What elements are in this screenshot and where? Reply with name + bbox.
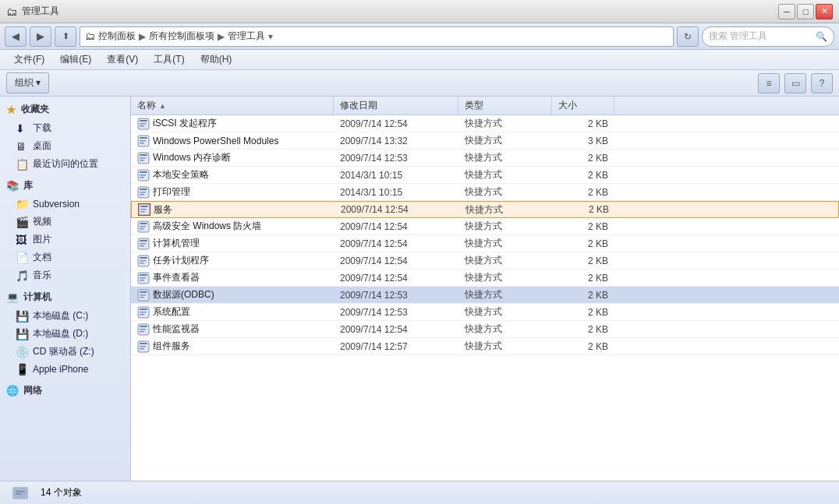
recent-icon: 📋 — [16, 158, 28, 171]
menu-tools[interactable]: 工具(T) — [146, 51, 192, 69]
file-name-text: 任务计划程序 — [153, 254, 209, 267]
preview-pane-button[interactable]: ▭ — [784, 73, 806, 93]
svg-rect-3 — [140, 125, 144, 127]
sidebar-item-subversion[interactable]: 📁 Subversion — [0, 196, 130, 213]
file-name-cell: 本地安全策略 — [131, 167, 334, 183]
table-row[interactable]: 性能监视器2009/7/14 12:54快捷方式2 KB — [131, 321, 839, 338]
file-date-cell: 2009/7/14 12:54 — [334, 321, 458, 337]
sidebar-item-drive-c[interactable]: 💾 本地磁盘 (C:) — [0, 307, 130, 325]
svg-rect-1 — [140, 120, 147, 122]
sidebar-drive-d-label: 本地磁盘 (D:) — [33, 327, 88, 340]
menu-help[interactable]: 帮助(H) — [193, 51, 240, 69]
table-row[interactable]: 组件服务2009/7/14 12:57快捷方式2 KB — [131, 338, 839, 355]
col-name-label: 名称 — [137, 99, 156, 112]
sidebar: ★ 收藏夹 ⬇ 下载 🖥 桌面 📋 最近访问的位置 📚 库 � — [0, 97, 131, 481]
file-size-cell: 2 KB — [552, 184, 614, 200]
svg-rect-28 — [140, 228, 144, 230]
svg-rect-34 — [140, 257, 147, 259]
svg-rect-27 — [140, 226, 146, 227]
file-name-cell: Windows PowerShell Modules — [131, 132, 334, 149]
svg-rect-30 — [140, 240, 147, 241]
search-box[interactable]: 搜索 管理工具 🔍 — [702, 26, 834, 47]
sidebar-header-favorites: ★ 收藏夹 — [0, 100, 130, 119]
sidebar-drive-c-label: 本地磁盘 (C:) — [33, 309, 88, 322]
drive-c-icon: 💾 — [16, 310, 28, 322]
library-icon: 📚 — [6, 180, 19, 192]
table-row[interactable]: Windows PowerShell Modules2009/7/14 13:3… — [131, 132, 839, 150]
file-date-cell: 2009/7/14 12:54 — [334, 270, 458, 286]
file-icon — [137, 220, 150, 233]
title-icon: 🗂 — [6, 5, 17, 18]
table-row[interactable]: 系统配置2009/7/14 12:53快捷方式2 KB — [131, 304, 839, 321]
table-row[interactable]: 计算机管理2009/7/14 12:54快捷方式2 KB — [131, 235, 839, 252]
address-path[interactable]: 🗂 控制面板 ▶ 所有控制面板项 ▶ 管理工具 ▾ — [80, 26, 674, 47]
music-icon: 🎵 — [16, 270, 28, 282]
refresh-button[interactable]: ↻ — [677, 26, 699, 47]
title-bar-controls: ─ □ ✕ — [778, 4, 833, 19]
video-icon: 🎬 — [16, 216, 28, 228]
table-row[interactable]: Windows 内存诊断2009/7/14 12:53快捷方式2 KB — [131, 150, 839, 167]
file-type-cell: 快捷方式 — [458, 115, 552, 132]
col-header-type[interactable]: 类型 — [458, 97, 552, 115]
svg-rect-18 — [140, 192, 146, 193]
file-name-text: 事件查看器 — [153, 271, 200, 284]
table-row[interactable]: 任务计划程序2009/7/14 12:54快捷方式2 KB — [131, 252, 839, 270]
sidebar-item-downloads[interactable]: ⬇ 下载 — [0, 119, 130, 137]
file-type-cell: 快捷方式 — [458, 270, 552, 286]
svg-rect-44 — [140, 297, 144, 298]
file-size-cell: 2 KB — [552, 115, 614, 132]
view-toggle-button[interactable]: ≡ — [758, 73, 780, 93]
sidebar-item-recent[interactable]: 📋 最近访问的位置 — [0, 155, 130, 173]
col-header-date[interactable]: 修改日期 — [334, 97, 458, 115]
sidebar-item-pictures[interactable]: 🖼 图片 — [0, 231, 130, 248]
file-name-text: Windows 内存诊断 — [153, 151, 231, 164]
sidebar-item-videos[interactable]: 🎬 视频 — [0, 213, 130, 231]
up-button[interactable]: ⬆ — [55, 26, 76, 47]
file-name-text: 打印管理 — [153, 185, 190, 199]
downloads-icon: ⬇ — [16, 122, 28, 135]
table-row[interactable]: 打印管理2014/3/1 10:15快捷方式2 KB — [131, 184, 839, 201]
col-type-label: 类型 — [465, 99, 483, 112]
minimize-button[interactable]: ─ — [778, 4, 795, 19]
col-header-name[interactable]: 名称 ▲ — [131, 97, 334, 115]
file-icon — [137, 289, 150, 301]
organize-button[interactable]: 组织 ▾ — [6, 72, 49, 93]
help-button[interactable]: ? — [811, 73, 833, 93]
file-size-cell: 2 KB — [552, 270, 614, 286]
sidebar-item-music[interactable]: 🎵 音乐 — [0, 266, 130, 284]
sidebar-item-drive-d[interactable]: 💾 本地磁盘 (D:) — [0, 325, 130, 343]
window-title: 管理工具 — [22, 5, 59, 18]
svg-rect-2 — [140, 123, 146, 125]
sidebar-section-network: 🌐 网络 — [0, 381, 130, 400]
table-row[interactable]: iSCSI 发起程序2009/7/14 12:54快捷方式2 KB — [131, 115, 839, 132]
back-button[interactable]: ◀ — [5, 26, 27, 47]
forward-button[interactable]: ▶ — [30, 26, 51, 47]
sort-arrow-icon: ▲ — [159, 102, 166, 110]
file-name-text: Windows PowerShell Modules — [153, 136, 278, 146]
close-button[interactable]: ✕ — [816, 4, 833, 19]
file-name-cell: 计算机管理 — [131, 235, 334, 252]
sidebar-item-drive-z[interactable]: 💿 CD 驱动器 (Z:) — [0, 343, 130, 361]
svg-rect-36 — [140, 263, 144, 264]
breadcrumb-dropdown[interactable]: ▾ — [268, 31, 273, 42]
sidebar-favorites-label: 收藏夹 — [21, 103, 49, 116]
table-row[interactable]: 事件查看器2009/7/14 12:54快捷方式2 KB — [131, 270, 839, 287]
file-date-cell: 2009/7/14 12:54 — [334, 218, 458, 234]
breadcrumb-part1: 控制面板 — [98, 30, 136, 43]
sidebar-item-documents[interactable]: 📄 文档 — [0, 248, 130, 266]
file-size-cell: 2 KB — [552, 252, 614, 269]
table-row[interactable]: 数据源(ODBC)2009/7/14 12:53快捷方式2 KB — [131, 287, 839, 304]
col-header-size[interactable]: 大小 — [552, 97, 614, 115]
sidebar-item-iphone[interactable]: 📱 Apple iPhone — [0, 361, 130, 378]
sidebar-header-network: 🌐 网络 — [0, 381, 130, 400]
sidebar-item-desktop[interactable]: 🖥 桌面 — [0, 137, 130, 155]
table-row[interactable]: 服务2009/7/14 12:54快捷方式2 KB — [131, 201, 839, 218]
table-row[interactable]: 高级安全 Windows 防火墙2009/7/14 12:54快捷方式2 KB — [131, 218, 839, 235]
svg-rect-6 — [140, 140, 146, 142]
table-row[interactable]: 本地安全策略2014/3/1 10:15快捷方式2 KB — [131, 167, 839, 184]
menu-view[interactable]: 查看(V) — [99, 51, 146, 69]
maximize-button[interactable]: □ — [797, 4, 814, 19]
menu-file[interactable]: 文件(F) — [6, 51, 52, 69]
menu-edit[interactable]: 编辑(E) — [52, 51, 99, 69]
svg-rect-11 — [140, 160, 144, 161]
